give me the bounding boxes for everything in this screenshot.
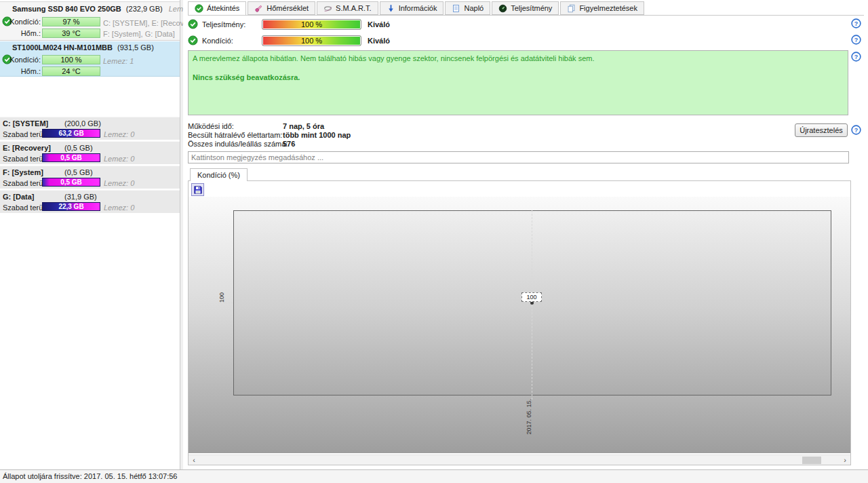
floppy-save-icon [193, 185, 203, 195]
partition-disk-number: Lemez: 0 [104, 204, 134, 212]
disk-number: Lemez: 1 [103, 56, 134, 66]
free-space-bar: 63,2 GB [42, 129, 100, 138]
tab-label: Teljesítmény [511, 4, 552, 12]
partition-name: F: [System] [3, 168, 43, 176]
scrollbar-thumb[interactable] [802, 457, 821, 464]
disk-item-samsung[interactable]: Samsung SSD 840 EVO 250GB (232,9 GB) Lem… [0, 1, 180, 41]
partition-item-e[interactable]: E: [Recovery] (0,5 GB) Szabad terület 0,… [0, 141, 180, 164]
disk-size: (931,5 GB) [117, 43, 154, 52]
partition-size: (0,5 GB) [64, 144, 93, 152]
tab-information[interactable]: Információk [380, 1, 444, 15]
temperature-label: Hőm.: [9, 29, 41, 37]
stat-row: Összes indulás/leállás száma: 576 [188, 139, 288, 149]
stat-row: Működési idő: 7 nap, 5 óra [188, 121, 234, 131]
temperature-label: Hőm.: [9, 67, 41, 75]
help-icon[interactable]: ? [851, 35, 861, 45]
help-icon[interactable]: ? [851, 18, 861, 28]
disk-title: Samsung SSD 840 EVO 250GB (232,9 GB) Lem… [12, 5, 199, 13]
check-circle-icon [188, 35, 198, 45]
tab-temperature[interactable]: Hőmérséklet [248, 1, 315, 15]
svg-text:?: ? [854, 37, 858, 43]
tab-log[interactable]: Napló [445, 1, 490, 15]
tab-warnings[interactable]: Figyelmeztetések [560, 1, 644, 15]
partition-name: G: [Data] [3, 193, 34, 201]
status-bar: Állapot utoljára frissítve: 2017. 05. 15… [0, 469, 868, 483]
health-status-box: A merevlemez állapota hibátlan. Nem talá… [188, 50, 848, 115]
stat-row: Becsült hátralévő élettartam: több mint … [188, 130, 282, 140]
tab-bar: Áttekintés Hőmérséklet S.M.A.R.T. [188, 1, 644, 15]
partition-item-c[interactable]: C: [SYSTEM] (200,0 GB) Szabad terület 63… [0, 117, 180, 140]
stat-label: Összes indulás/leállás száma: [188, 140, 288, 148]
tab-label: Áttekintés [207, 4, 239, 12]
partition-item-g[interactable]: G: [Data] (31,9 GB) Szabad terület 22,3 … [0, 190, 180, 213]
stat-value: 7 nap, 5 óra [283, 121, 324, 131]
tab-label: Napló [464, 4, 484, 12]
condition-bar: 100 % [42, 55, 100, 64]
check-circle-icon [195, 4, 203, 13]
stat-label: Működési idő: [188, 122, 234, 130]
svg-text:?: ? [854, 20, 858, 27]
condition-bar: 100 % [262, 35, 361, 46]
hdsentinel-window: Samsung SSD 840 EVO 250GB (232,9 GB) Lem… [0, 0, 868, 483]
condition-label: Kondíció: [9, 56, 41, 64]
partition-name: E: [Recovery] [3, 144, 51, 152]
tab-label: Hőmérséklet [267, 4, 309, 12]
temperature-bar: 39 °C [42, 28, 100, 38]
data-point-label: 100 [521, 292, 542, 302]
log-icon [452, 4, 460, 13]
stat-value: 576 [283, 139, 295, 149]
retest-button[interactable]: Újratesztelés [795, 123, 848, 137]
partition-size: (200,0 GB) [64, 119, 101, 128]
scroll-right-arrow[interactable]: › [840, 455, 850, 465]
free-space-bar: 22,3 GB [42, 202, 100, 211]
disk-name: ST1000LM024 HN-M101MBB [12, 43, 113, 52]
help-icon[interactable]: ? [851, 52, 861, 62]
free-space-bar: 0,5 GB [42, 178, 100, 187]
performance-gauge-icon [498, 4, 507, 13]
info-arrow-icon [387, 4, 395, 13]
svg-text:?: ? [854, 54, 858, 60]
disk-item-seagate-selected[interactable]: ST1000LM024 HN-M101MBB (931,5 GB) Kondíc… [0, 41, 180, 77]
partition-item-f[interactable]: F: [System] (0,5 GB) Szabad terület 0,5 … [0, 166, 180, 189]
comment-input[interactable] [188, 151, 849, 163]
tab-label: Figyelmeztetések [579, 4, 637, 12]
disk-sidebar: Samsung SSD 840 EVO 250GB (232,9 GB) Lem… [0, 0, 180, 469]
svg-text:?: ? [854, 127, 858, 134]
condition-chart-panel: Kondíció (%) 100 100 2017. 05. 15. [188, 168, 851, 465]
partition-disk-number: Lemez: 0 [104, 179, 134, 187]
performance-rating: Kiváló [368, 20, 390, 28]
partition-name: C: [SYSTEM] [3, 119, 48, 128]
tabbar-underline [188, 15, 864, 16]
performance-bar: 100 % [262, 19, 361, 30]
scroll-left-arrow[interactable]: ‹ [189, 455, 199, 465]
partition-disk-number: Lemez: 0 [104, 155, 134, 163]
partition-size: (0,5 GB) [64, 168, 93, 176]
pages-icon [567, 4, 576, 13]
thermometer-icon [254, 4, 263, 13]
tab-label: Információk [399, 4, 437, 12]
smart-icon [323, 4, 332, 13]
partition-size: (31,9 GB) [64, 193, 97, 201]
health-text: A merevlemez állapota hibátlan. Nem talá… [193, 54, 844, 63]
help-icon[interactable]: ? [851, 125, 861, 135]
performance-label: Teljesítmény: [202, 20, 245, 28]
tab-smart[interactable]: S.M.A.R.T. [317, 1, 378, 15]
condition-rating: Kiváló [368, 37, 390, 45]
free-space-bar: 0,5 GB [42, 153, 100, 162]
disk-name: Samsung SSD 840 EVO 250GB [12, 5, 121, 13]
tab-performance[interactable]: Teljesítmény [492, 1, 559, 15]
y-axis-tick: 100 [218, 292, 225, 303]
chart-tab-condition[interactable]: Kondíció (%) [190, 168, 248, 181]
crosshair-vertical [532, 210, 532, 400]
chart-horizontal-scrollbar[interactable]: ‹ › [189, 455, 850, 465]
chart-canvas: 100 100 2017. 05. 15. [189, 197, 850, 453]
stat-label: Becsült hátralévő élettartam: [188, 131, 282, 139]
save-chart-button[interactable] [191, 183, 204, 196]
temperature-bar: 24 °C [42, 66, 100, 76]
condition-bar: 97 % [42, 17, 100, 26]
check-circle-icon [188, 19, 198, 29]
disk-size: (232,9 GB) [126, 5, 163, 13]
tab-overview[interactable]: Áttekintés [188, 1, 246, 15]
main-panel: Áttekintés Hőmérséklet S.M.A.R.T. [183, 0, 868, 469]
tab-label: S.M.A.R.T. [336, 4, 372, 12]
